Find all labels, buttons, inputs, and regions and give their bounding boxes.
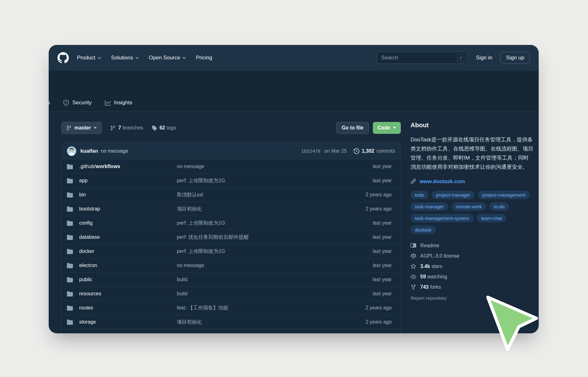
sign-in-link[interactable]: Sign in [476, 55, 492, 61]
table-row: .github/workflows no message last year [62, 159, 400, 173]
table-row-partial [62, 329, 400, 333]
book-icon [411, 243, 416, 249]
file-name-link[interactable]: bootstrap [79, 206, 100, 212]
commit-message-link[interactable]: build [177, 277, 367, 282]
topic-tag[interactable]: todo [411, 191, 428, 199]
nav-link-pricing[interactable]: Pricing [196, 55, 212, 61]
table-row: resources build last year [62, 287, 400, 301]
commit-date: last year [373, 234, 392, 240]
commit-date: last year [373, 263, 392, 268]
chevron-down-icon [94, 127, 97, 129]
sign-up-button[interactable]: Sign up [500, 52, 530, 64]
shield-icon [63, 100, 69, 106]
commit-date: last year [373, 249, 392, 254]
table-row: public build last year [62, 272, 400, 287]
file-name-link[interactable]: bin [79, 192, 86, 198]
tab-security[interactable]: Security [63, 100, 91, 106]
search-input[interactable]: Search / [377, 52, 467, 64]
commit-message-link[interactable]: perf: 上传限制改为1G [177, 220, 367, 227]
folder-icon [67, 277, 73, 283]
tab-insights-label: Insights [114, 100, 133, 106]
commit-message-link[interactable]: perf: 上传限制改为1G [177, 248, 367, 255]
file-name-link[interactable]: app [79, 178, 88, 183]
chevron-down-icon [98, 57, 101, 59]
go-to-file-button[interactable]: Go to file [336, 122, 369, 134]
file-name-link[interactable]: public [79, 277, 92, 282]
folder-icon [67, 319, 73, 325]
commit-message-link[interactable]: no message [177, 164, 367, 169]
about-meta-readme[interactable]: Readme [411, 243, 534, 249]
nav-links: Product Solutions Open Source Pricing [77, 55, 212, 61]
folder-icon [67, 263, 73, 269]
topic-tag[interactable]: project-management [478, 191, 530, 199]
commit-date: on Mar 25 [324, 148, 347, 154]
folder-icon [67, 206, 73, 212]
topic-tag[interactable]: project-manager [432, 191, 475, 199]
file-name-link[interactable]: docker [79, 249, 94, 254]
file-name-link[interactable]: routes [79, 305, 93, 311]
github-logo-icon[interactable] [57, 52, 69, 63]
file-name-link[interactable]: database [79, 234, 100, 240]
graph-icon [105, 100, 111, 106]
nav-link-solutions[interactable]: Solutions [111, 55, 139, 61]
about-meta-agpl-3-0-license[interactable]: AGPL-3.0 license [411, 253, 534, 259]
tags-link[interactable]: 62 tags [152, 125, 176, 131]
topic-tag[interactable]: remote-work [451, 202, 486, 211]
commit-message-link[interactable]: 项目初始化 [177, 319, 359, 325]
nav-link-open-source[interactable]: Open Source [149, 55, 186, 61]
current-branch-label: master [74, 125, 91, 131]
git-branch-icon [110, 125, 116, 131]
topic-tag[interactable]: dootask [411, 226, 436, 234]
latest-commit-bar: kuaifan no message 1b524f6 on Mar 25 1,3… [62, 143, 400, 159]
topic-tag[interactable]: to-do [489, 202, 509, 211]
table-row: app perf: 上传限制改为1G last year [62, 173, 400, 188]
file-name-link[interactable]: .github/workflows [79, 164, 120, 169]
commit-date: 2 years ago [365, 319, 392, 325]
commit-message-link[interactable]: perf: 优化任务到期前后邮件提醒 [177, 234, 367, 241]
commit-date: last year [373, 291, 392, 297]
file-name-link[interactable]: electron [79, 263, 97, 268]
branch-selector-button[interactable]: master [61, 122, 102, 134]
chevron-down-icon [135, 57, 139, 59]
about-meta-stars[interactable]: 3.4k stars [411, 264, 534, 269]
commit-message[interactable]: no message [101, 148, 128, 154]
topic-tag[interactable]: team-chat [477, 214, 507, 222]
folder-icon [67, 305, 73, 311]
code-button[interactable]: Code [373, 122, 401, 134]
cursor-arrow [474, 283, 550, 358]
commit-sha-link[interactable]: 1b524f6 [301, 149, 320, 154]
folder-icon [67, 234, 73, 240]
avatar[interactable] [67, 146, 76, 156]
commits-history-link[interactable]: 1,302 commits [354, 148, 395, 154]
commit-message-link[interactable]: 取消默认ssl [177, 192, 359, 198]
website-link[interactable]: www.dootask.com [420, 178, 465, 184]
star-icon [411, 264, 416, 269]
file-name-link[interactable]: config [79, 220, 93, 226]
topic-tag[interactable]: task-manager [411, 202, 448, 211]
topic-tag[interactable]: task-management-system [411, 214, 474, 222]
commit-message-link[interactable]: perf: 上传限制改为1G [177, 178, 367, 184]
commit-date: last year [373, 164, 392, 169]
folder-icon [67, 220, 73, 226]
file-table: kuaifan no message 1b524f6 on Mar 25 1,3… [61, 142, 401, 333]
website-row[interactable]: www.dootask.com [411, 178, 534, 184]
commit-message-link[interactable]: no message [177, 263, 367, 268]
file-name-link[interactable]: storage [79, 319, 96, 325]
about-meta-watching[interactable]: 59 watching [411, 274, 534, 280]
branches-link[interactable]: 7 branches [110, 125, 143, 131]
tab-insights[interactable]: Insights [105, 100, 133, 106]
nav-link-product[interactable]: Product [77, 55, 101, 61]
folder-icon [67, 178, 73, 184]
commit-date: 2 years ago [365, 206, 392, 212]
file-name-link[interactable]: resources [79, 291, 101, 297]
folder-icon [67, 192, 73, 198]
fork-icon [411, 284, 416, 290]
commit-message-link[interactable]: build [177, 291, 367, 297]
commit-message-link[interactable]: 项目初始化 [177, 206, 359, 212]
commit-message-link[interactable]: feat: 【工作报告】功能 [177, 305, 359, 311]
commit-author-link[interactable]: kuaifan [80, 148, 98, 154]
table-row: electron no message last year [62, 258, 400, 272]
tab-clipped[interactable]: ts [49, 100, 50, 106]
top-navbar: Product Solutions Open Source Pricing Se… [49, 45, 539, 71]
chevron-down-icon [182, 57, 186, 59]
